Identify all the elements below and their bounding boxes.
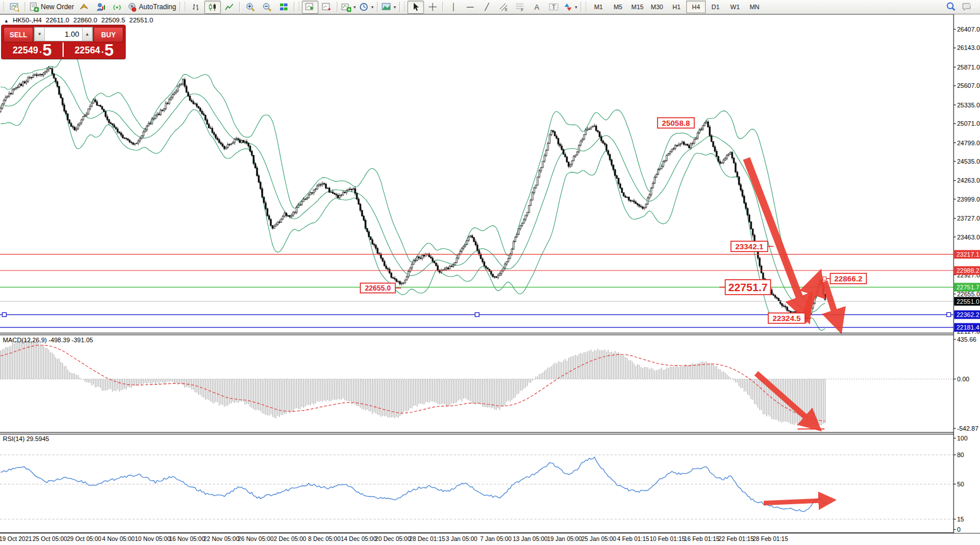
svg-text:8 Dec 05:00: 8 Dec 05:00 <box>308 535 341 542</box>
buy-button[interactable]: BUY <box>94 27 123 42</box>
chart-shift-button[interactable] <box>318 1 335 14</box>
tab-timeframe-H4[interactable]: H4 <box>686 1 706 13</box>
search-icon <box>946 2 956 12</box>
tab-timeframe-M5[interactable]: M5 <box>608 1 628 13</box>
terminal-icon <box>10 2 20 12</box>
toolbar-grip[interactable] <box>2 2 5 12</box>
autotrading-icon <box>127 2 137 12</box>
svg-text:24535.0: 24535.0 <box>957 158 980 165</box>
svg-text:16 Nov 05:00: 16 Nov 05:00 <box>169 535 205 542</box>
template-button[interactable]: ▾ <box>380 1 398 14</box>
svg-text:F: F <box>521 8 523 12</box>
volume-input[interactable]: 1.00 <box>45 30 82 38</box>
ohlc-close: 22551.0 <box>129 17 153 24</box>
svg-text:T: T <box>552 4 555 10</box>
tile-windows-icon <box>279 2 289 12</box>
fibo-button[interactable]: F <box>512 1 528 14</box>
line-handle[interactable] <box>947 312 951 316</box>
svg-text:22751.7: 22751.7 <box>956 284 979 291</box>
signal-icon <box>112 2 122 12</box>
svg-text:22324.5: 22324.5 <box>773 314 801 323</box>
auto-scroll-icon <box>305 2 315 12</box>
text-button[interactable]: A <box>528 1 545 14</box>
new-order-button[interactable]: New Order <box>28 1 76 14</box>
svg-text:24799.0: 24799.0 <box>957 140 980 146</box>
zoom-out-button[interactable] <box>259 1 275 14</box>
hline-button[interactable]: — <box>462 1 479 14</box>
tab-timeframe-MN[interactable]: MN <box>745 1 764 13</box>
search-button[interactable] <box>942 1 959 14</box>
timeframe-group: M1M5M15M30H1H4D1W1MN <box>589 1 764 13</box>
hline-icon: — <box>467 3 474 10</box>
line-handle[interactable] <box>475 312 479 316</box>
new-order-label: New Order <box>41 3 74 11</box>
macd-indicator-label: MACD(12,26,9) -498.39 -391.05 <box>3 337 93 343</box>
svg-text:13 Jan 05:00: 13 Jan 05:00 <box>513 535 548 542</box>
svg-text:E: E <box>505 7 508 11</box>
shapes-button[interactable]: ▾ <box>562 1 579 14</box>
svg-text:25058.8: 25058.8 <box>662 119 690 127</box>
line-chart-button[interactable] <box>221 1 238 14</box>
period-icon <box>359 2 369 12</box>
svg-text:19 Oct 2021: 19 Oct 2021 <box>0 535 32 542</box>
signal-button[interactable] <box>109 1 126 14</box>
svg-text:20 Dec 05:00: 20 Dec 05:00 <box>375 535 411 542</box>
svg-text:10 Nov 05:00: 10 Nov 05:00 <box>135 535 171 542</box>
tab-timeframe-H1[interactable]: H1 <box>667 1 686 13</box>
candlestick-chart-button[interactable] <box>204 1 221 14</box>
svg-text:22 Nov 05:00: 22 Nov 05:00 <box>204 535 240 542</box>
tab-timeframe-M15[interactable]: M15 <box>628 1 647 13</box>
line-handle[interactable] <box>2 312 6 316</box>
bar-chart-button[interactable] <box>188 1 204 14</box>
sell-button[interactable]: SELL <box>3 27 33 42</box>
buy-price[interactable]: 22564 . 5 <box>64 42 125 57</box>
svg-text:25871.0: 25871.0 <box>957 64 980 71</box>
svg-text:22866.2: 22866.2 <box>834 275 862 283</box>
tab-timeframe-M1[interactable]: M1 <box>589 1 608 13</box>
tile-windows-button[interactable] <box>275 1 292 14</box>
svg-text:100: 100 <box>957 435 967 442</box>
cursor-button[interactable] <box>407 1 424 14</box>
chart-area[interactable]: 25058.823342.122655.022751.722324.522866… <box>0 0 980 545</box>
template-icon <box>382 2 391 12</box>
indicators-button[interactable]: ▾ <box>340 1 357 14</box>
svg-text:23463.0: 23463.0 <box>957 234 980 241</box>
chevron-down-icon: ▾ <box>575 5 577 10</box>
history-button[interactable] <box>76 1 92 14</box>
zoom-in-icon <box>246 2 255 12</box>
analyst-button[interactable] <box>92 1 109 14</box>
tab-timeframe-D1[interactable]: D1 <box>706 1 725 13</box>
time-scale[interactable]: 19 Oct 202125 Oct 05:0029 Oct 05:004 Nov… <box>0 535 788 542</box>
svg-text:10 Feb 01:15: 10 Feb 01:15 <box>650 535 685 542</box>
period-button[interactable]: ▾ <box>357 1 375 14</box>
trendline-button[interactable]: ╱ <box>479 1 495 14</box>
chat-button[interactable]: 1 <box>959 1 975 14</box>
svg-text:3 Jan 05:00: 3 Jan 05:00 <box>446 535 477 542</box>
auto-scroll-button[interactable] <box>302 1 318 14</box>
svg-text:26 Nov 05:00: 26 Nov 05:00 <box>238 535 274 542</box>
volume-down-button[interactable]: ▼ <box>34 28 45 41</box>
svg-text:22988.2: 22988.2 <box>956 267 979 274</box>
volume-up-button[interactable]: ▲ <box>82 28 92 41</box>
symbol-name: HK50-,H4 <box>13 17 42 24</box>
terminal-button[interactable] <box>6 1 23 14</box>
svg-text:4 Nov 05:00: 4 Nov 05:00 <box>102 535 135 542</box>
tab-timeframe-M30[interactable]: M30 <box>647 1 667 13</box>
autotrading-button[interactable]: AutoTrading <box>126 1 178 14</box>
collapse-icon[interactable]: ▲ <box>4 18 9 24</box>
tab-timeframe-W1[interactable]: W1 <box>725 1 745 13</box>
svg-text:14 Dec 05:00: 14 Dec 05:00 <box>341 535 377 542</box>
sell-price[interactable]: 22549 . 5 <box>2 42 63 57</box>
new-order-icon <box>29 2 39 12</box>
svg-text:2 Dec 05:00: 2 Dec 05:00 <box>274 535 306 542</box>
zoom-in-button[interactable] <box>242 1 259 14</box>
notification-badge: 1 <box>970 0 978 7</box>
crosshair-button[interactable] <box>424 1 441 14</box>
label-button[interactable]: T <box>545 1 562 14</box>
vline-button[interactable]: │ <box>445 1 462 14</box>
channel-button[interactable]: E <box>495 1 512 14</box>
ohlc-high: 22860.0 <box>73 17 98 24</box>
ohlc-low: 22509.5 <box>102 17 126 24</box>
history-icon <box>79 2 89 12</box>
svg-text:22362.2: 22362.2 <box>956 311 979 318</box>
